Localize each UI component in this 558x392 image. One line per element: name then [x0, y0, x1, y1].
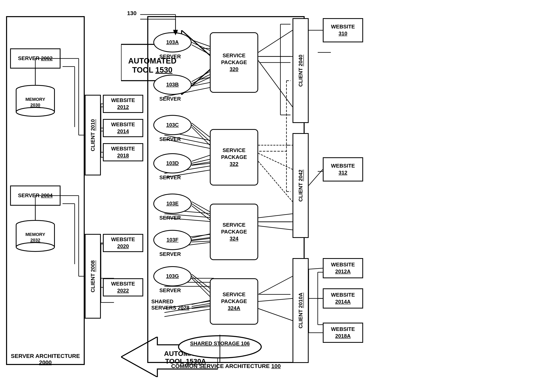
- diagram: SERVER ARCHITECTURE 2000 SERVER 2002 MEM…: [0, 0, 558, 392]
- server-103g-label: SERVER: [159, 287, 181, 294]
- service-package-324-box: SERVICEPACKAGE324: [210, 204, 258, 260]
- svg-line-144: [309, 169, 323, 186]
- shared-servers-label: SHAREDSERVERS 2028: [151, 298, 192, 311]
- server-103c-oval: 103C: [153, 115, 192, 135]
- server-103a-oval: 103A: [153, 32, 192, 52]
- server-103a-label: SERVER: [159, 53, 181, 60]
- server-2004-text: SERVER 2004: [18, 192, 53, 199]
- client-2040-box: CLIENT 2040: [293, 18, 309, 123]
- client-2040-text: CLIENT 2040: [297, 55, 304, 87]
- svg-point-76: [16, 243, 54, 251]
- website-2012a-box: WEBSITE2012A: [323, 258, 363, 278]
- server-architecture-label: SERVER ARCHITECTURE 2000: [8, 353, 83, 366]
- website-310-box: WEBSITE310: [323, 18, 363, 42]
- server-103f-oval: 103F: [153, 230, 192, 250]
- client-2042-box: CLIENT 2042: [293, 133, 309, 238]
- svg-text:SHARED STORAGE 106: SHARED STORAGE 106: [190, 340, 250, 346]
- website-2020-box: WEBSITE2020: [103, 234, 143, 252]
- memory-2030-cylinder: MEMORY 2030: [15, 85, 55, 117]
- client-2010a-box: CLIENT 2010A: [293, 258, 309, 363]
- website-2018-box: WEBSITE2018: [103, 143, 143, 161]
- website-2014-box: WEBSITE2014: [103, 119, 143, 137]
- server-103b-oval: 103B: [153, 75, 192, 95]
- server-2002-text: SERVER 2002: [18, 55, 53, 62]
- server-2004-box: SERVER 2004: [10, 186, 61, 206]
- server-103e-label: SERVER: [159, 215, 181, 221]
- client-2010a-text: CLIENT 2010A: [297, 293, 304, 328]
- common-service-arch-label: COMMON SERVICE ARCHITECTURE 100: [151, 363, 301, 369]
- website-2018a-box: WEBSITE2018A: [323, 323, 363, 343]
- service-package-322-box: SERVICEPACKAGE322: [210, 129, 258, 186]
- client-2010-text: CLIENT 2010: [90, 119, 96, 151]
- server-103g-oval: 103G: [153, 266, 192, 286]
- memory-2032-cylinder: MEMORY 2032: [15, 220, 55, 252]
- ref-130-label: 130: [127, 10, 137, 17]
- svg-point-85: [179, 336, 261, 358]
- svg-text:2032: 2032: [30, 238, 40, 243]
- client-2042-text: CLIENT 2042: [297, 170, 304, 202]
- service-package-324a-box: SERVICEPACKAGE324A: [210, 278, 258, 325]
- server-103b-label: SERVER: [159, 96, 181, 102]
- website-2014a-box: WEBSITE2014A: [323, 288, 363, 308]
- client-2008-box: CLIENT 2008: [85, 234, 101, 319]
- server-103c-label: SERVER: [159, 136, 181, 142]
- shared-storage-106: SHARED STORAGE 106: [177, 335, 262, 359]
- server-103d-oval: 103D: [153, 153, 192, 173]
- svg-text:MEMORY: MEMORY: [26, 232, 45, 237]
- website-312-box: WEBSITE312: [323, 157, 363, 181]
- client-2010-box: CLIENT 2010: [85, 95, 101, 175]
- website-2022-box: WEBSITE2022: [103, 278, 143, 296]
- server-2002-box: SERVER 2002: [10, 48, 61, 68]
- server-103e-oval: 103E: [153, 194, 192, 214]
- svg-line-146: [309, 268, 323, 269]
- svg-point-69: [16, 108, 54, 116]
- server-103d-label: SERVER: [159, 174, 181, 181]
- server-103f-label: SERVER: [159, 251, 181, 257]
- website-2012-box: WEBSITE2012: [103, 95, 143, 113]
- svg-text:MEMORY: MEMORY: [26, 97, 45, 102]
- client-2008-text: CLIENT 2008: [90, 260, 96, 292]
- service-package-320-box: SERVICEPACKAGE320: [210, 32, 258, 93]
- svg-text:2030: 2030: [30, 102, 40, 108]
